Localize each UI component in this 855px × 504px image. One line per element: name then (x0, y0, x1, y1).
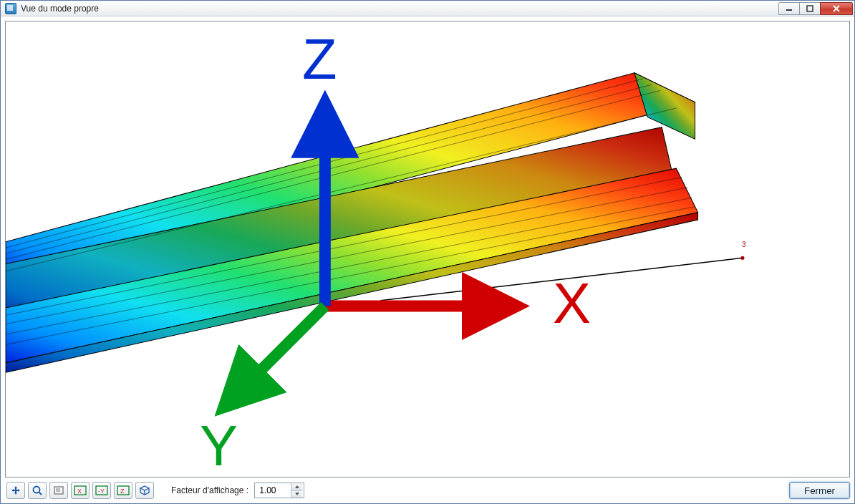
window-frame: Vue du mode propre (0, 0, 855, 504)
viewport-3d[interactable]: 3 X Z Y (5, 21, 850, 478)
maximize-button[interactable] (799, 2, 821, 15)
svg-line-19 (223, 306, 325, 409)
window-title: Vue du mode propre (19, 4, 779, 14)
window-controls (779, 2, 853, 15)
zoom-button[interactable] (28, 482, 47, 499)
axis-z-label: Z (302, 27, 337, 91)
minimize-button[interactable] (778, 2, 800, 15)
titlebar[interactable]: Vue du mode propre (1, 1, 854, 16)
spinner-down-button[interactable] (291, 491, 302, 498)
svg-text:Z: Z (120, 488, 125, 495)
view-y-button[interactable]: -Y (92, 482, 111, 499)
view-tool-group: X -Y Z (5, 482, 155, 499)
svg-point-20 (34, 487, 40, 493)
svg-rect-23 (56, 488, 60, 492)
display-factor-spinner[interactable] (254, 483, 304, 498)
axis-y-label: Y (200, 414, 238, 477)
view-iso-button[interactable] (135, 482, 154, 499)
close-button[interactable]: Fermer (789, 482, 850, 499)
svg-line-21 (39, 493, 42, 495)
spinner-up-button[interactable] (291, 483, 302, 491)
spinner-buttons (291, 483, 302, 498)
pan-button[interactable] (6, 482, 25, 499)
bottombar: X -Y Z Facteur d'affichage : (5, 478, 850, 499)
view-x-button[interactable]: X (71, 482, 90, 499)
svg-text:-Y: -Y (98, 488, 105, 495)
factor-label: Facteur d'affichage : (171, 485, 248, 495)
zoom-window-button[interactable] (49, 482, 68, 499)
display-factor-input[interactable] (255, 483, 291, 498)
axis-x-label: X (553, 271, 591, 335)
svg-rect-1 (807, 6, 813, 11)
view-z-button[interactable]: Z (114, 482, 132, 499)
axis-triad: X Z Y (6, 21, 849, 477)
app-icon (5, 3, 16, 14)
close-window-button[interactable] (820, 2, 853, 15)
svg-text:X: X (77, 488, 82, 495)
client-area: 3 X Z Y (1, 16, 854, 503)
